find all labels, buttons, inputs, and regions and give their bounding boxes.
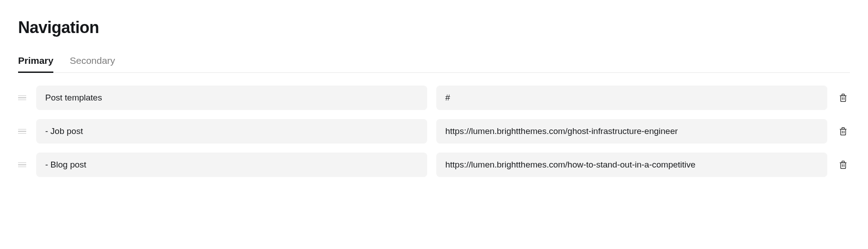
nav-url-input[interactable]: [436, 153, 827, 177]
nav-url-input[interactable]: [436, 86, 827, 110]
nav-label-input[interactable]: [36, 153, 427, 177]
nav-label-input[interactable]: [36, 119, 427, 144]
drag-handle-icon[interactable]: [18, 161, 27, 169]
drag-handle-icon[interactable]: [18, 127, 27, 136]
nav-url-input[interactable]: [436, 119, 827, 144]
delete-button[interactable]: [836, 91, 850, 105]
tab-secondary[interactable]: Secondary: [70, 55, 115, 72]
tabs: Primary Secondary: [18, 55, 850, 73]
delete-button[interactable]: [836, 158, 850, 172]
nav-rows: [18, 86, 850, 177]
page-title: Navigation: [18, 18, 850, 37]
drag-handle-icon[interactable]: [18, 94, 27, 102]
nav-row: [18, 119, 850, 144]
trash-icon: [838, 160, 848, 170]
trash-icon: [838, 93, 848, 103]
delete-button[interactable]: [836, 124, 850, 138]
trash-icon: [838, 126, 848, 136]
tab-primary[interactable]: Primary: [18, 55, 53, 72]
nav-label-input[interactable]: [36, 86, 427, 110]
nav-row: [18, 153, 850, 177]
nav-row: [18, 86, 850, 110]
